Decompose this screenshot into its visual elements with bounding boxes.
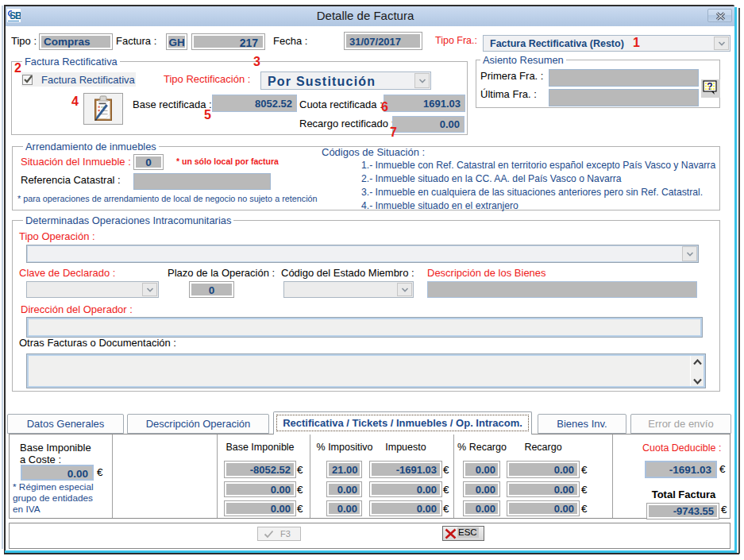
svg-text:SB: SB (10, 10, 21, 21)
svg-text:?: ? (707, 81, 712, 92)
